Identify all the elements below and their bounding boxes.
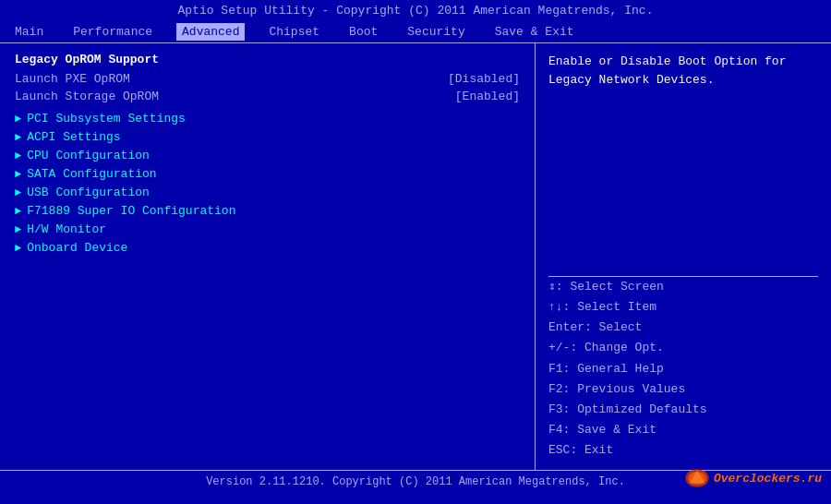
menu-item-main[interactable]: Main [9,23,49,41]
entry-usb[interactable]: ► USB Configuration [15,185,520,200]
right-panel: Enable or Disable Boot Option for Legacy… [536,43,831,470]
left-panel: Legacy OpROM Support Launch PXE OpROM [D… [0,43,536,470]
watermark: Overclockers.ru [684,465,822,491]
arrow-icon: ► [15,242,21,255]
arrow-icon: ► [15,113,21,126]
setting-row-pxe: Launch PXE OpROM [Disabled] [15,72,520,86]
key-enter: Enter: Select [548,318,818,338]
entry-acpi-label: ACPI Settings [27,130,120,144]
key-f1: F1: General Help [548,359,818,379]
pxe-value: [Disabled] [448,72,520,86]
arrow-icon: ► [15,186,21,199]
storage-value: [Enabled] [455,90,520,103]
entry-cpu[interactable]: ► CPU Configuration [15,148,520,163]
entry-sata-label: SATA Configuration [27,167,156,181]
footer-text: Version 2.11.1210. Copyright (C) 2011 Am… [206,475,625,488]
key-f3: F3: Optimized Defaults [548,400,818,420]
key-esc: ESC: Exit [548,440,818,461]
entry-pci-label: PCI Subsystem Settings [27,112,186,126]
key-f2: F2: Previous Values [548,379,818,400]
entry-hwmonitor[interactable]: ► H/W Monitor [15,222,520,237]
key-select-item: ↑↓: Select Item [548,297,818,318]
menu-item-security[interactable]: Security [402,23,470,41]
arrow-icon: ► [15,205,21,218]
key-change: +/-: Change Opt. [548,338,818,358]
arrow-icon: ► [15,150,21,162]
pxe-label: Launch PXE OpROM [15,72,130,86]
menu-item-boot[interactable]: Boot [343,23,383,41]
entry-hwmonitor-label: H/W Monitor [27,222,106,236]
watermark-logo-icon [684,465,710,491]
menu-item-chipset[interactable]: Chipset [263,23,325,41]
arrow-icon: ► [15,168,21,181]
arrow-icon: ► [15,223,21,236]
entry-onboard[interactable]: ► Onboard Device [15,240,520,256]
menu-item-advanced[interactable]: Advanced [176,23,245,41]
help-text: Enable or Disable Boot Option for Legacy… [548,53,818,277]
entry-usb-label: USB Configuration [27,186,150,199]
key-help: ⇕: Select Screen ↑↓: Select Item Enter: … [548,277,818,461]
entry-cpu-label: CPU Configuration [27,149,150,162]
menu-bar: MainPerformanceAdvancedChipsetBootSecuri… [0,21,831,43]
storage-label: Launch Storage OpROM [15,90,159,103]
menu-item-performance[interactable]: Performance [67,23,158,41]
footer: Version 2.11.1210. Copyright (C) 2011 Am… [0,470,831,493]
entry-f71889-label: F71889 Super IO Configuration [27,204,235,218]
entry-onboard-label: Onboard Device [27,241,127,255]
title-text: Aptio Setup Utility - Copyright (C) 2011… [178,4,654,18]
entry-pci[interactable]: ► PCI Subsystem Settings [15,111,520,126]
watermark-text: Overclockers.ru [714,472,822,486]
title-bar: Aptio Setup Utility - Copyright (C) 2011… [0,0,831,21]
entry-acpi[interactable]: ► ACPI Settings [15,129,520,145]
entry-sata[interactable]: ► SATA Configuration [15,166,520,182]
menu-item-save-and-exit[interactable]: Save & Exit [489,23,580,41]
section-title: Legacy OpROM Support [15,53,520,66]
key-select-screen: ⇕: Select Screen [548,277,818,297]
key-f4: F4: Save & Exit [548,420,818,440]
setting-row-storage: Launch Storage OpROM [Enabled] [15,90,520,103]
content-area: Legacy OpROM Support Launch PXE OpROM [D… [0,43,831,470]
entry-f71889[interactable]: ► F71889 Super IO Configuration [15,203,520,219]
arrow-icon: ► [15,131,21,144]
